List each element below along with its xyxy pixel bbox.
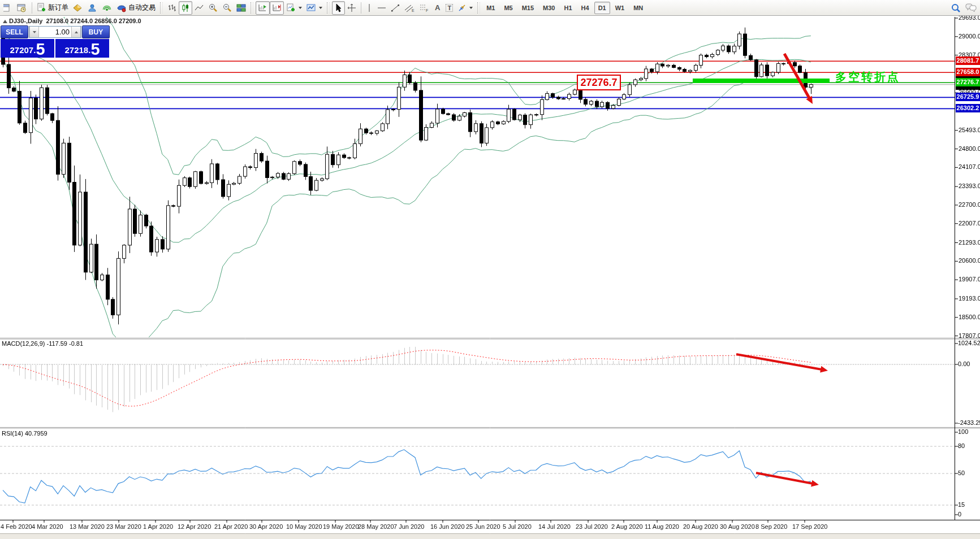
timeframe-button-H4[interactable]: H4: [577, 2, 593, 14]
buy-price-display[interactable]: 27218.5: [55, 39, 109, 58]
chat-button[interactable]: [963, 1, 979, 15]
price-axis-tick-label: 17807.0: [959, 332, 980, 339]
price-level-badge: 26725.9: [956, 93, 980, 101]
price-axis-tick-label: 21293.0: [959, 239, 980, 246]
toolbar-grip: [160, 2, 163, 14]
new-order-button[interactable]: 新订单: [34, 1, 71, 15]
price-axis-tick-label: 25493.0: [959, 127, 980, 133]
signals-button[interactable]: [100, 1, 114, 15]
timeframe-button-M1[interactable]: M1: [482, 2, 499, 14]
candlestick-chart-icon: [181, 3, 190, 12]
volume-decrease-button[interactable]: [29, 27, 39, 37]
timeframe-button-M15[interactable]: M15: [518, 2, 538, 14]
symbol-marker-icon: [3, 20, 7, 23]
candlestick-chart-button[interactable]: [179, 1, 192, 15]
date-axis-label: 2 Aug 2020: [611, 523, 643, 530]
price-level-badge: 28081.7: [956, 56, 980, 65]
data-window-button[interactable]: [15, 1, 29, 15]
volume-increase-button[interactable]: [71, 27, 81, 37]
vertical-line-tool-button[interactable]: [364, 1, 375, 15]
new-chart-icon: [286, 3, 296, 12]
date-axis-label: 7 Jun 2020: [394, 523, 424, 530]
gold-diamond-icon: [73, 3, 83, 12]
price-annotation-box[interactable]: 27276.7: [577, 75, 621, 90]
metaeditor-button[interactable]: [71, 1, 85, 15]
mt4-window: DJ30-,Daily 27108.0 27244.0 26856.0 2720…: [0, 0, 980, 539]
sell-price-display[interactable]: 27207.5: [1, 39, 54, 58]
date-axis-label: 19 May 2020: [323, 523, 359, 530]
arrows-shapes-icon: [457, 3, 467, 12]
text-tool-label: A: [434, 3, 441, 12]
horizontal-line-tool-button[interactable]: [375, 1, 388, 15]
chart-window-button[interactable]: [1, 1, 15, 15]
text-tool-button[interactable]: A: [431, 1, 443, 15]
text-label-tool-button[interactable]: T: [443, 1, 455, 15]
autotrading-button[interactable]: 自动交易: [114, 1, 158, 15]
zoom-in-icon: [208, 3, 218, 12]
price-axis-tick-label: 24800.0: [959, 145, 980, 152]
date-axis-label: 20 Aug 2020: [683, 523, 718, 530]
timeframe-button-M5[interactable]: M5: [500, 2, 516, 14]
timeframe-button-D1[interactable]: D1: [594, 2, 610, 14]
zoom-in-button[interactable]: [206, 1, 220, 15]
chat-icon: [965, 3, 977, 12]
crosshair-icon: [347, 3, 356, 12]
timeframe-group: M1M5M15M30H1H4D1W1MN: [482, 2, 647, 14]
rsi-axis-tick-label: 0: [958, 511, 961, 518]
volume-input[interactable]: [39, 27, 71, 37]
trendline-tool-button[interactable]: [388, 1, 402, 15]
channel-icon: E: [404, 3, 415, 12]
bar-chart-button[interactable]: [165, 1, 179, 15]
price-level-badge: 26302.2: [956, 104, 980, 112]
arrows-tool-button[interactable]: [455, 1, 475, 15]
tile-windows-button[interactable]: [234, 1, 248, 15]
chart-shift-button[interactable]: [270, 1, 284, 15]
toolbar-grip: [327, 2, 330, 14]
triangle-down-icon: [33, 31, 36, 33]
price-axis-tick-label: 18500.0: [959, 314, 980, 320]
triangle-up-icon: [75, 31, 78, 33]
new-chart-button[interactable]: [284, 1, 304, 15]
line-chart-button[interactable]: [192, 1, 206, 15]
date-axis-label: 12 Apr 2020: [178, 523, 211, 530]
rsi-axis-tick-label: 80: [958, 442, 965, 449]
price-axis-tick-label: 20600.0: [959, 257, 980, 264]
sell-button[interactable]: SELL: [1, 25, 28, 38]
svg-text:F: F: [426, 8, 428, 12]
timeframe-button-M30[interactable]: M30: [539, 2, 559, 14]
buy-button[interactable]: BUY: [82, 25, 110, 38]
toolbar-separator: [361, 2, 361, 14]
auto-scroll-button[interactable]: [256, 1, 270, 15]
date-axis-label: 23 Mar 2020: [106, 523, 141, 530]
date-axis-label: 17 Sep 2020: [792, 523, 827, 530]
price-axis-tick-label: 19907.0: [959, 276, 980, 282]
date-axis-label: 16 Jun 2020: [430, 523, 465, 530]
macd-axis-tick-label: 1024.52: [958, 340, 980, 346]
trendline-icon: [391, 3, 400, 12]
fibonacci-tool-button[interactable]: F: [417, 1, 431, 15]
timeframe-button-MN[interactable]: MN: [629, 2, 647, 14]
one-click-trading-widget: SELL BUY 27207.5 27218.5: [1, 25, 110, 58]
price-chart-canvas[interactable]: [0, 0, 980, 539]
community-button[interactable]: [85, 1, 100, 15]
chevron-down-icon: [299, 7, 302, 9]
toolbar: 新订单 自动交易 E F A T M1M5M15M30H1H4D: [0, 0, 980, 16]
timeframe-button-W1[interactable]: W1: [611, 2, 629, 14]
macd-axis-tick-label: -2433.25: [958, 419, 980, 426]
chevron-down-icon: [319, 7, 322, 9]
timeframe-button-H1[interactable]: H1: [560, 2, 576, 14]
date-axis-label: 13 Mar 2020: [70, 523, 105, 530]
cursor-tool-button[interactable]: [332, 1, 345, 15]
crosshair-tool-button[interactable]: [345, 1, 359, 15]
templates-button[interactable]: [304, 1, 325, 15]
channel-tool-button[interactable]: E: [402, 1, 417, 15]
rsi-axis-tick-label: 100: [958, 428, 968, 435]
price-axis-tick-label: 23393.0: [959, 182, 980, 189]
line-chart-icon: [195, 3, 204, 12]
toolbar-grip: [477, 2, 480, 14]
rsi-axis-tick-label: 15: [958, 501, 965, 508]
date-axis-label: 28 May 2020: [358, 523, 394, 530]
chart-ohlc-header: DJ30-,Daily 27108.0 27244.0 26856.0 2720…: [3, 18, 141, 24]
zoom-out-button[interactable]: [220, 1, 234, 15]
search-button[interactable]: [948, 1, 963, 15]
